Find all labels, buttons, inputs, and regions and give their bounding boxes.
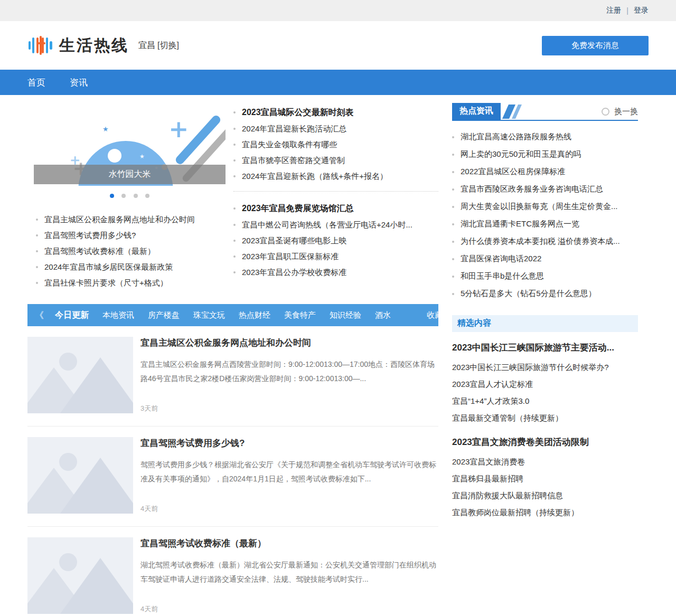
carousel-dot[interactable]	[145, 194, 149, 198]
list-item-label: 网上卖的30元50元和田玉是真的吗	[461, 149, 581, 159]
list-item[interactable]: 2023宜昌文旅消费卷	[452, 453, 638, 470]
featured-lead[interactable]: 2023中国长江三峡国际旅游节主要活动...	[452, 342, 638, 354]
list-item[interactable]: 宜昌“1+4”人才政策3.0	[452, 393, 638, 410]
list-item[interactable]: 宜昌医保咨询电话2022	[452, 250, 638, 268]
topic-group-2: 2023年宜昌免费展览场馆汇总 宜昌中燃公司咨询热线（各营业厅电话+24小时..…	[233, 200, 438, 280]
list-item[interactable]: 宜昌消防救援大队最新招聘信息	[452, 487, 638, 504]
featured-lead[interactable]: 2023宜昌文旅消费卷美团活动限制	[452, 436, 638, 448]
bullet-icon	[233, 175, 236, 177]
article-time: 4天前	[140, 504, 438, 514]
list-item[interactable]: 宜昌社保卡照片要求（尺寸+格式）	[36, 275, 233, 291]
article-thumbnail[interactable]	[27, 537, 133, 614]
carousel[interactable]: ＋ ＋ ＋ ★ ★ ★ ＋ 水竹园大米	[34, 103, 226, 200]
lead-label: 2023年宜昌免费展览场馆汇总	[242, 203, 354, 214]
city-switch-link[interactable]: [切换]	[157, 40, 179, 51]
publish-button[interactable]: 免费发布消息	[542, 36, 649, 55]
list-item[interactable]: 湖北宜昌通衢卡ETC服务网点一览	[452, 215, 638, 233]
carousel-dot[interactable]	[110, 194, 114, 198]
carousel-dot[interactable]	[134, 194, 138, 198]
carousel-slide-image[interactable]: ＋ ＋ ＋ ★ ★ ★ ＋ 水竹园大米	[34, 103, 226, 186]
list-item[interactable]: 2024年宜昌市城乡居民医保最新政策	[36, 259, 233, 275]
list-item[interactable]: 2023宜昌人才认定标准	[452, 376, 638, 393]
nav-item[interactable]: 首页	[27, 77, 45, 89]
tab-item[interactable]: 本地资讯	[96, 310, 141, 320]
carousel-caption[interactable]: 水竹园大米	[34, 165, 226, 184]
featured-group-2: 2023宜昌文旅消费卷美团活动限制 2023宜昌文旅消费卷 宜昌秭归县最新招聘 …	[452, 436, 638, 521]
carousel-dot[interactable]	[121, 194, 126, 198]
article-body: 宜昌主城区公积金服务网点地址和办公时间 宜昌主城区公积金服务网点西陵营业部时间：…	[140, 337, 438, 413]
list-item[interactable]: 宜昌市西陵区政务服务业务咨询电话汇总	[452, 181, 638, 198]
list-item[interactable]: 宜昌驾照考试收费标准（最新）	[36, 243, 233, 259]
list-item[interactable]: 宜昌市猇亭区善窑路交通管制	[233, 153, 438, 168]
list-item[interactable]: 2023年宜昌职工医保新标准	[233, 249, 438, 264]
bullet-icon	[452, 293, 454, 295]
content: ＋ ＋ ＋ ★ ★ ★ ＋ 水竹园大米	[0, 95, 676, 616]
list-item[interactable]: 2023中国长江三峡国际旅游节什么时候举办?	[452, 359, 638, 376]
tab-item[interactable]: 酒水	[368, 310, 398, 320]
bullet-icon	[233, 128, 236, 130]
article-title[interactable]: 宜昌驾照考试收费标准（最新）	[140, 537, 438, 549]
bullet-icon	[233, 111, 236, 113]
list-item[interactable]: 2024年宜昌迎新长跑活动汇总	[233, 121, 438, 137]
article-thumbnail[interactable]	[27, 437, 133, 514]
list-item[interactable]: 宜昌秭归县最新招聘	[452, 470, 638, 487]
tab-item[interactable]: 珠宝文玩	[186, 310, 232, 320]
article-item: 宜昌主城区公积金服务网点地址和办公时间 宜昌主城区公积金服务网点西陵营业部时间：…	[27, 326, 438, 427]
site-header: 生活热线 宜昌 [切换] 免费发布消息	[0, 21, 676, 70]
site-logo[interactable]: 生活热线	[27, 33, 129, 58]
list-item[interactable]: 宜昌失业金领取条件有哪些	[233, 137, 438, 153]
list-item[interactable]: 周大生黄金以旧换新每克（周生生定价黄金...	[452, 198, 638, 215]
tab-item[interactable]: 今日更新	[48, 310, 96, 321]
list-item[interactable]: 宜昌主城区公积金服务网点地址和办公时间	[36, 212, 233, 228]
nav-item[interactable]: 资讯	[70, 77, 88, 89]
topic-group-lead[interactable]: 2023年宜昌免费展览场馆汇总	[233, 200, 438, 217]
plus-icon: ＋	[165, 115, 192, 142]
list-item[interactable]: 2022宜昌城区公租房保障标准	[452, 163, 638, 181]
dotted-divider	[233, 191, 438, 192]
list-item-label: 2024年宜昌迎新长跑活动汇总	[242, 124, 346, 134]
list-item-label: 宜昌消防救援大队最新招聘信息	[452, 491, 563, 501]
lead-label: 2023宜昌城际公交最新时刻表	[242, 107, 354, 118]
article-title[interactable]: 宜昌主城区公积金服务网点地址和办公时间	[140, 337, 438, 349]
topic-group-lead[interactable]: 2023宜昌城际公交最新时刻表	[233, 104, 438, 121]
tab-item[interactable]: 知识经验	[323, 310, 368, 320]
prev-arrow-icon[interactable]: 《	[35, 309, 44, 321]
bullet-icon	[233, 240, 236, 242]
upper-section: ＋ ＋ ＋ ★ ★ ★ ＋ 水竹园大米	[27, 103, 438, 291]
carousel-column: ＋ ＋ ＋ ★ ★ ★ ＋ 水竹园大米	[27, 103, 233, 291]
topbar-divider: |	[626, 6, 628, 15]
category-tabbar: 《 今日更新本地资讯房产楼盘珠宝文玩热点财经美食特产知识经验酒水收藏 》	[27, 304, 438, 326]
list-item-label: 5分钻石是多大（钻石5分是什么意思）	[461, 289, 596, 299]
list-item[interactable]: 为什么债券资本成本要扣税 溢价债券资本成...	[452, 233, 638, 250]
refresh-button[interactable]: 换一换	[602, 107, 638, 117]
list-item[interactable]: 2023宜昌圣诞有哪些电影上映	[233, 233, 438, 249]
article-thumbnail[interactable]	[27, 337, 133, 413]
list-item[interactable]: 宜昌驾照考试费用多少钱?	[36, 228, 233, 243]
list-item[interactable]: 宜昌中燃公司咨询热线（各营业厅电话+24小时...	[233, 217, 438, 233]
tab-item[interactable]: 房产楼盘	[141, 310, 186, 320]
list-item-label: 为什么债券资本成本要扣税 溢价债券资本成...	[461, 236, 620, 247]
list-item[interactable]: 宜昌教师岗位最新招聘（持续更新）	[452, 504, 638, 521]
tab-item[interactable]: 美食特产	[277, 310, 323, 320]
list-item[interactable]: 2024年宜昌迎新长跑（路线+条件+报名）	[233, 168, 438, 184]
list-item[interactable]: 宜昌最新交通管制（持续更新）	[452, 410, 638, 427]
list-item[interactable]: 5分钻石是多大（钻石5分是什么意思）	[452, 285, 638, 302]
article-time: 3天前	[140, 404, 438, 413]
list-item-label: 2023年宜昌职工医保新标准	[242, 252, 339, 262]
article-title[interactable]: 宜昌驾照考试费用多少钱?	[140, 437, 438, 449]
register-link[interactable]: 注册	[606, 6, 621, 15]
topbar: 注册 | 登录	[0, 0, 676, 21]
main-nav: 首页资讯	[0, 70, 676, 95]
list-item-label: 宜昌主城区公积金服务网点地址和办公时间	[44, 215, 195, 225]
tab-item[interactable]: 热点财经	[232, 310, 277, 320]
list-item[interactable]: 网上卖的30元50元和田玉是真的吗	[452, 146, 638, 163]
list-item[interactable]: 2023年宜昌公办学校收费标准	[233, 264, 438, 280]
tab-item[interactable]: 收藏	[420, 310, 449, 320]
bullet-icon	[452, 171, 454, 173]
list-item[interactable]: 和田玉手串b是什么意思	[452, 268, 638, 285]
login-link[interactable]: 登录	[634, 6, 649, 15]
bullet-icon	[36, 219, 38, 221]
list-item[interactable]: 湖北宜昌高速公路路段服务热线	[452, 128, 638, 146]
bullet-icon	[233, 159, 236, 162]
list-item-label: 周大生黄金以旧换新每克（周生生定价黄金...	[461, 202, 618, 212]
